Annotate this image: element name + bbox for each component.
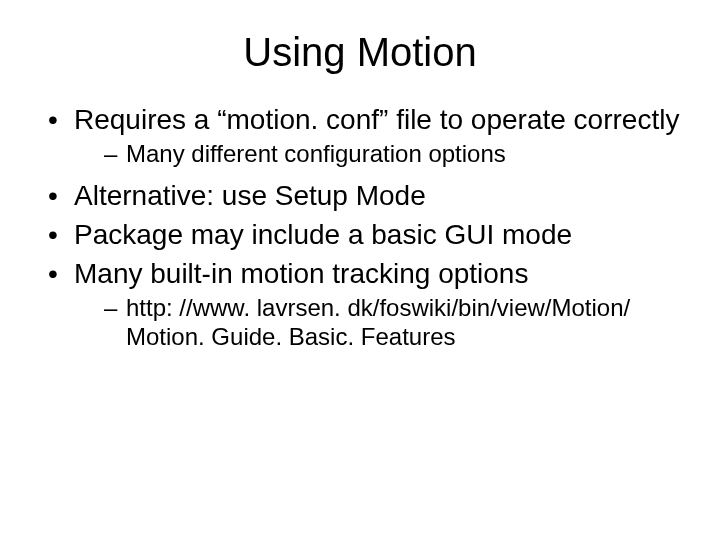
sub-bullet-list: http: //www. lavrsen. dk/foswiki/bin/vie…	[74, 294, 690, 352]
bullet-list: Requires a “motion. conf” file to operat…	[30, 103, 690, 352]
sub-bullet-text: http: //www. lavrsen. dk/foswiki/bin/vie…	[126, 294, 630, 350]
sub-bullet-text: Many different configuration options	[126, 140, 506, 167]
bullet-item: Requires a “motion. conf” file to operat…	[48, 103, 690, 169]
sub-bullet-item: Many different configuration options	[104, 140, 690, 169]
bullet-item: Alternative: use Setup Mode	[48, 179, 690, 212]
slide-title: Using Motion	[30, 30, 690, 75]
bullet-text: Package may include a basic GUI mode	[74, 219, 572, 250]
sub-bullet-item: http: //www. lavrsen. dk/foswiki/bin/vie…	[104, 294, 690, 352]
sub-bullet-list: Many different configuration options	[74, 140, 690, 169]
bullet-text: Many built-in motion tracking options	[74, 258, 528, 289]
bullet-item: Many built-in motion tracking options ht…	[48, 257, 690, 352]
slide: Using Motion Requires a “motion. conf” f…	[0, 0, 720, 540]
bullet-text: Requires a “motion. conf” file to operat…	[74, 104, 679, 135]
bullet-item: Package may include a basic GUI mode	[48, 218, 690, 251]
bullet-text: Alternative: use Setup Mode	[74, 180, 426, 211]
